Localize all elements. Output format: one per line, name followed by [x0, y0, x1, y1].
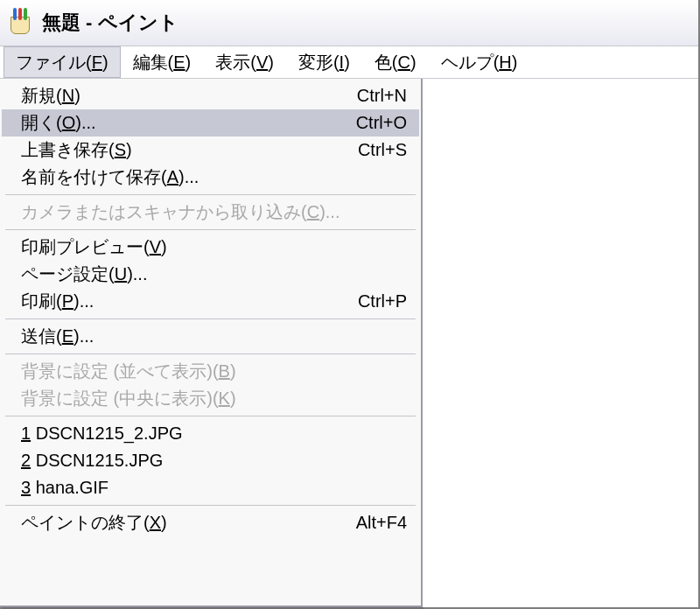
- menu-e[interactable]: 編集(E): [121, 46, 204, 78]
- canvas-area[interactable]: [423, 79, 698, 607]
- file-menu-item[interactable]: 送信(E)...: [2, 323, 419, 350]
- file-menu-item[interactable]: 新規(N)Ctrl+N: [2, 82, 419, 109]
- file-menu-item: 背景に設定 (並べて表示)(B): [2, 358, 419, 385]
- menubar: ファイル(F)編集(E)表示(V)変形(I)色(C)ヘルプ(H): [0, 46, 698, 79]
- menu-c[interactable]: 色(C): [362, 46, 429, 78]
- file-menu-item[interactable]: 印刷(P)...Ctrl+P: [2, 288, 419, 315]
- menu-i[interactable]: 変形(I): [286, 46, 362, 78]
- file-menu-item: カメラまたはスキャナから取り込み(C)...: [2, 199, 419, 226]
- menu-v[interactable]: 表示(V): [203, 46, 286, 78]
- menu-separator: [5, 505, 416, 506]
- paint-app-icon: [9, 10, 32, 36]
- content-area: 新規(N)Ctrl+N開く(O)...Ctrl+O上書き保存(S)Ctrl+S名…: [0, 79, 698, 607]
- file-menu-item[interactable]: 1 DSCN1215_2.JPG: [2, 420, 419, 447]
- window-title: 無題 - ペイント: [42, 10, 178, 36]
- menu-f[interactable]: ファイル(F): [4, 46, 121, 78]
- paint-window: 無題 - ペイント ファイル(F)編集(E)表示(V)変形(I)色(C)ヘルプ(…: [0, 0, 700, 609]
- menu-h[interactable]: ヘルプ(H): [429, 46, 530, 78]
- file-menu-dropdown: 新規(N)Ctrl+N開く(O)...Ctrl+O上書き保存(S)Ctrl+S名…: [0, 79, 423, 607]
- file-menu-item[interactable]: 上書き保存(S)Ctrl+S: [2, 136, 419, 164]
- menu-separator: [5, 194, 416, 195]
- menu-separator: [5, 318, 416, 319]
- menu-separator: [5, 354, 416, 354]
- file-menu-item[interactable]: ページ設定(U)...: [2, 261, 419, 288]
- file-menu-item[interactable]: 開く(O)...Ctrl+O: [2, 109, 419, 136]
- menu-separator: [5, 229, 416, 230]
- file-menu-item[interactable]: 名前を付けて保存(A)...: [2, 164, 419, 191]
- file-menu-item[interactable]: 2 DSCN1215.JPG: [2, 447, 419, 474]
- titlebar: 無題 - ペイント: [0, 0, 698, 46]
- menu-separator: [5, 416, 416, 416]
- file-menu-item[interactable]: 3 hana.GIF: [2, 474, 419, 501]
- file-menu-item[interactable]: 印刷プレビュー(V): [2, 234, 419, 261]
- file-menu-item[interactable]: ペイントの終了(X)Alt+F4: [2, 509, 419, 536]
- file-menu-item: 背景に設定 (中央に表示)(K): [2, 385, 419, 412]
